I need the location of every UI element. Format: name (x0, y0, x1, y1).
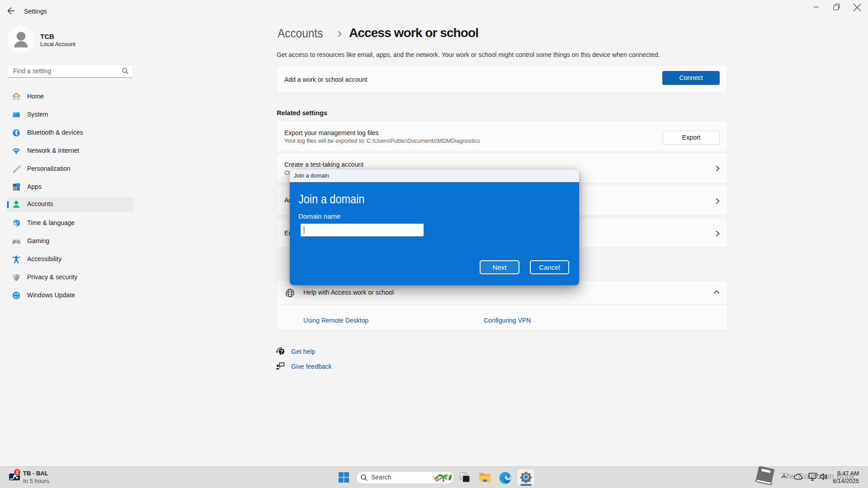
svg-text:?: ? (280, 349, 283, 354)
